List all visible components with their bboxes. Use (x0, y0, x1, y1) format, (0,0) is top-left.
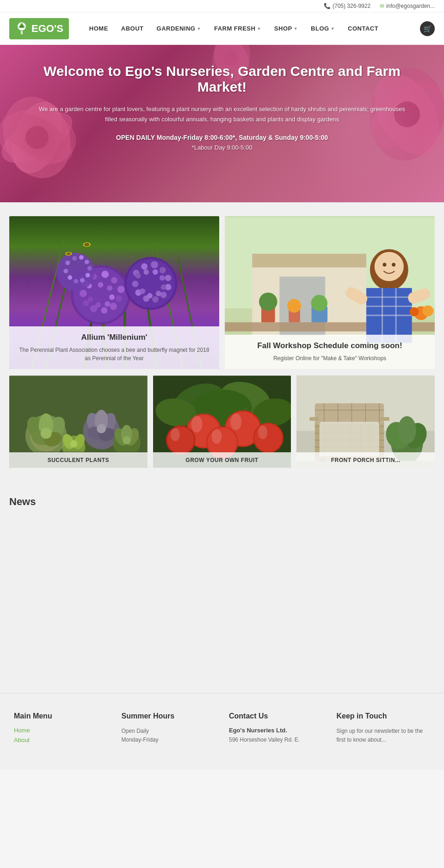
svg-point-72 (86, 273, 90, 278)
svg-point-67 (65, 261, 70, 265)
fruit-label: GROW YOUR OWN FRUIT (153, 452, 291, 468)
workshop-caption: Fall Workshop Schedule coming soon! Regi… (225, 335, 435, 369)
svg-point-95 (375, 252, 404, 281)
footer-grid: Main Menu Home About Summer Hours Open D… (14, 712, 430, 746)
svg-point-124 (97, 424, 106, 433)
footer-hours: Summer Hours Open Daily Monday-Friday (122, 712, 216, 746)
svg-point-65 (140, 288, 145, 294)
svg-rect-185 (320, 422, 379, 456)
svg-point-58 (135, 273, 141, 279)
footer-main-menu-title: Main Menu (14, 712, 108, 720)
workshop-card[interactable]: Fall Workshop Schedule coming soon! Regi… (225, 216, 435, 369)
porch-card[interactable]: FRONT PORCH SITTIN... (296, 375, 435, 468)
nav-bar: EGO'S HOME ABOUT GARDENING ▼ FARM FRESH … (0, 12, 444, 45)
succulent-label: SUCCULENT PLANTS (9, 452, 148, 468)
svg-point-129 (123, 436, 131, 444)
footer-hours-open: Open Daily (122, 727, 216, 736)
svg-point-152 (230, 413, 241, 430)
footer-link-about[interactable]: About (14, 737, 108, 743)
svg-point-32 (116, 295, 122, 302)
hero-hours: OPEN DAILY Monday-Friday 8:00-6:00*, Sat… (37, 134, 407, 141)
succulent-card[interactable]: SUCCULENT PLANTS (9, 375, 148, 468)
svg-point-75 (68, 275, 72, 280)
nav-home[interactable]: HOME (83, 12, 115, 45)
svg-rect-3 (21, 31, 23, 34)
svg-point-31 (117, 286, 125, 293)
chevron-down-icon: ▼ (331, 26, 335, 31)
svg-point-62 (161, 284, 166, 290)
email-address: info@egosgarden... (386, 3, 435, 9)
svg-point-59 (143, 269, 149, 275)
svg-point-48 (141, 263, 148, 270)
cards-section: Allium 'Millenium' The Perennial Plant A… (0, 202, 444, 482)
svg-point-41 (109, 294, 115, 300)
footer-hours-days: Monday-Friday (122, 736, 216, 744)
svg-point-37 (80, 290, 87, 297)
footer-newsletter-title: Keep in Touch (337, 712, 431, 720)
svg-point-88 (259, 293, 277, 311)
nav-contact[interactable]: CONTACT (341, 12, 385, 45)
footer-hours-title: Summer Hours (122, 712, 216, 720)
nav-about[interactable]: ABOUT (115, 12, 150, 45)
cart-button[interactable]: 🛒 (420, 21, 435, 36)
svg-point-40 (107, 285, 112, 291)
svg-point-155 (171, 428, 180, 441)
logo-text: EGO'S (31, 23, 63, 35)
svg-point-69 (79, 255, 84, 260)
allium-title: Allium 'Millenium' (17, 333, 212, 342)
footer-newsletter-text: Sign up for our newsletter to be the fir… (337, 727, 431, 744)
svg-point-108 (410, 307, 419, 317)
svg-point-149 (191, 416, 202, 432)
svg-point-43 (96, 302, 101, 308)
phone-icon: 📞 (324, 3, 331, 9)
workshop-desc: Register Online for "Make & Take" Worksh… (232, 354, 427, 362)
top-cards-row: Allium 'Millenium' The Perennial Plant A… (9, 216, 435, 369)
footer-contact: Contact Us Ego's Nurseries Ltd. 596 Hors… (229, 712, 323, 746)
svg-point-29 (101, 271, 109, 278)
svg-point-154 (167, 427, 194, 454)
allium-desc: The Perennial Plant Association chooses … (17, 346, 212, 362)
phone-info: 📞 (705) 326-9922 (324, 3, 370, 9)
logo[interactable]: EGO'S (9, 18, 69, 39)
nav-farm-fresh[interactable]: FARM FRESH ▼ (208, 12, 268, 45)
svg-point-161 (211, 429, 222, 444)
svg-point-158 (258, 425, 267, 439)
chevron-down-icon: ▼ (294, 26, 298, 31)
footer-contact-title: Contact Us (229, 712, 323, 720)
svg-point-68 (72, 256, 77, 261)
svg-point-53 (160, 292, 167, 298)
news-content (9, 517, 435, 679)
svg-point-73 (80, 278, 85, 282)
svg-point-133 (70, 440, 77, 448)
footer-business-name: Ego's Nurseries Ltd. (229, 727, 323, 734)
hero-labour-day: *Labour Day 9:00-5:00 (37, 144, 407, 151)
nav-links: HOME ABOUT GARDENING ▼ FARM FRESH ▼ SHOP… (83, 12, 420, 45)
svg-point-194 (398, 416, 416, 444)
svg-rect-189 (381, 417, 390, 421)
news-section: News (0, 482, 444, 693)
bottom-cards-row: SUCCULENT PLANTS (9, 375, 435, 468)
svg-rect-84 (252, 254, 366, 268)
svg-point-61 (160, 275, 165, 281)
svg-point-44 (88, 297, 93, 302)
svg-point-71 (87, 266, 92, 271)
porch-label: FRONT PORCH SITTIN... (296, 452, 435, 468)
nav-shop[interactable]: SHOP ▼ (268, 12, 304, 45)
svg-point-49 (151, 261, 158, 269)
svg-point-74 (74, 279, 78, 283)
svg-rect-178 (315, 403, 384, 424)
nav-gardening[interactable]: GARDENING ▼ (150, 12, 208, 45)
fruit-card[interactable]: GROW YOUR OWN FRUIT (153, 375, 291, 468)
footer-link-home[interactable]: Home (14, 727, 108, 734)
nav-blog[interactable]: BLOG ▼ (304, 12, 341, 45)
allium-card[interactable]: Allium 'Millenium' The Perennial Plant A… (9, 216, 219, 369)
svg-point-57 (132, 281, 138, 287)
footer-main-menu: Main Menu Home About (14, 712, 108, 746)
svg-point-42 (105, 301, 110, 307)
workshop-title: Fall Workshop Schedule coming soon! (232, 341, 427, 350)
svg-point-90 (287, 299, 301, 313)
svg-point-107 (422, 306, 433, 317)
svg-point-70 (85, 260, 89, 264)
chevron-down-icon: ▼ (257, 26, 261, 31)
top-bar: 📞 (705) 326-9922 ✉ info@egosgarden... (0, 0, 444, 12)
